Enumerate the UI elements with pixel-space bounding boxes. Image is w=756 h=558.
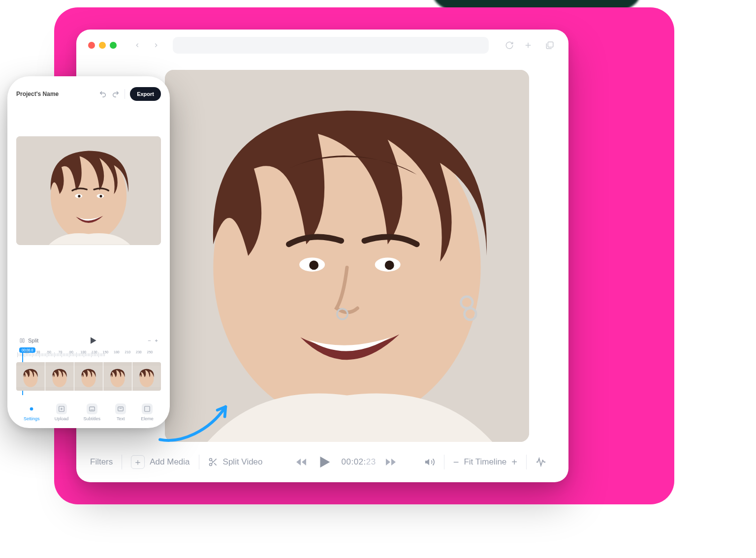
ruler-mark: 100 xyxy=(81,350,87,354)
rewind-button[interactable] xyxy=(295,456,307,468)
add-media-label: Add Media xyxy=(150,457,189,467)
editor-toolbar: Filters ＋ Add Media Split Video 00:02:23 xyxy=(76,442,568,482)
filters-label[interactable]: Filters xyxy=(90,457,113,467)
reload-icon[interactable] xyxy=(503,38,516,52)
svg-marker-31 xyxy=(91,337,96,343)
tab-settings[interactable]: Settings xyxy=(24,403,40,421)
subtitles-icon xyxy=(87,403,97,414)
ruler-mark: 180 xyxy=(114,350,120,354)
browser-titlebar xyxy=(76,30,568,61)
video-preview[interactable] xyxy=(165,70,529,442)
zoom-out-button[interactable]: − xyxy=(453,457,459,468)
svg-rect-49 xyxy=(145,406,150,412)
ruler-mark: 30 xyxy=(36,350,40,354)
mobile-zoom-out[interactable]: − xyxy=(148,338,151,343)
clip-thumbnail[interactable] xyxy=(132,362,161,391)
svg-marker-17 xyxy=(296,459,301,465)
clip-thumbnail[interactable] xyxy=(45,362,74,391)
add-media-button[interactable]: ＋ Add Media xyxy=(131,455,189,469)
ruler-mark: 230 xyxy=(136,350,142,354)
ruler-mark: 150 xyxy=(103,350,109,354)
redo-button[interactable] xyxy=(112,90,120,98)
split-video-button[interactable]: Split Video xyxy=(208,457,263,467)
ruler-mark: 210 xyxy=(125,350,131,354)
ruler-mark: 10 xyxy=(25,350,29,354)
svg-point-12 xyxy=(209,459,212,461)
ruler-mark: 250 xyxy=(147,350,153,354)
close-window-button[interactable] xyxy=(88,42,95,49)
svg-rect-2 xyxy=(548,42,553,47)
mobile-editor: Project's Name Export xyxy=(7,76,170,428)
ruler-mark: 50 xyxy=(47,350,51,354)
upload-icon xyxy=(56,403,67,414)
text-icon xyxy=(115,403,126,414)
tab-text[interactable]: Text xyxy=(115,403,126,421)
timeline-clips[interactable] xyxy=(16,362,161,391)
mobile-zoom-in[interactable]: + xyxy=(155,338,158,343)
nav-back-button[interactable] xyxy=(130,38,144,52)
minimize-window-button[interactable] xyxy=(99,42,106,49)
svg-marker-21 xyxy=(386,459,390,465)
svg-rect-30 xyxy=(23,339,24,342)
svg-rect-47 xyxy=(118,407,124,411)
fit-timeline-control: − Fit Timeline + xyxy=(453,457,517,468)
eleme-icon xyxy=(142,403,153,414)
waveform-icon[interactable] xyxy=(536,457,546,467)
ruler-mark: 90 xyxy=(69,350,73,354)
tab-upload[interactable]: Upload xyxy=(55,403,69,421)
undo-button[interactable] xyxy=(99,90,107,98)
maximize-window-button[interactable] xyxy=(110,42,117,49)
mobile-tabbar: SettingsUploadSubtitlesTextEleme xyxy=(16,399,161,421)
mobile-play-button[interactable] xyxy=(88,336,98,345)
nav-forward-button[interactable] xyxy=(149,38,163,52)
fit-timeline-label[interactable]: Fit Timeline xyxy=(464,457,506,467)
timeline-ruler[interactable]: 00:00.0 1030507090100130150180210230250 xyxy=(16,350,161,359)
forward-button[interactable] xyxy=(385,456,397,468)
svg-line-15 xyxy=(214,463,217,465)
svg-rect-44 xyxy=(90,407,95,411)
settings-icon xyxy=(26,403,37,414)
svg-marker-19 xyxy=(320,457,330,468)
clip-thumbnail[interactable] xyxy=(103,362,132,391)
svg-rect-29 xyxy=(20,339,22,342)
zoom-in-button[interactable]: + xyxy=(511,457,517,468)
clip-thumbnail[interactable] xyxy=(74,362,103,391)
svg-marker-20 xyxy=(391,459,396,465)
ruler-mark: 130 xyxy=(92,350,97,354)
svg-point-28 xyxy=(99,195,102,197)
tabs-icon[interactable] xyxy=(543,38,557,52)
svg-point-13 xyxy=(209,464,212,466)
tab-eleme[interactable]: Eleme xyxy=(141,403,154,421)
svg-point-8 xyxy=(385,260,394,270)
address-bar[interactable] xyxy=(173,37,489,54)
svg-line-16 xyxy=(211,461,213,462)
volume-icon[interactable] xyxy=(424,457,435,467)
svg-point-42 xyxy=(30,407,33,411)
timecode: 00:02:23 xyxy=(342,457,376,467)
plus-icon: ＋ xyxy=(131,455,145,469)
svg-point-26 xyxy=(78,195,80,197)
mobile-split-button[interactable]: Split xyxy=(19,338,38,343)
svg-marker-22 xyxy=(425,459,429,465)
svg-marker-18 xyxy=(302,459,306,465)
scissors-icon xyxy=(208,457,218,467)
mobile-video-preview[interactable] xyxy=(16,136,161,245)
ruler-mark: 70 xyxy=(59,350,63,354)
project-name[interactable]: Project's Name xyxy=(16,91,59,97)
svg-point-7 xyxy=(309,260,318,270)
new-tab-icon[interactable] xyxy=(521,38,535,52)
split-video-label: Split Video xyxy=(223,457,263,467)
export-button[interactable]: Export xyxy=(130,87,161,101)
play-button[interactable] xyxy=(316,454,333,470)
tab-subtitles[interactable]: Subtitles xyxy=(83,403,100,421)
window-controls xyxy=(88,42,117,49)
clip-thumbnail[interactable] xyxy=(16,362,45,391)
